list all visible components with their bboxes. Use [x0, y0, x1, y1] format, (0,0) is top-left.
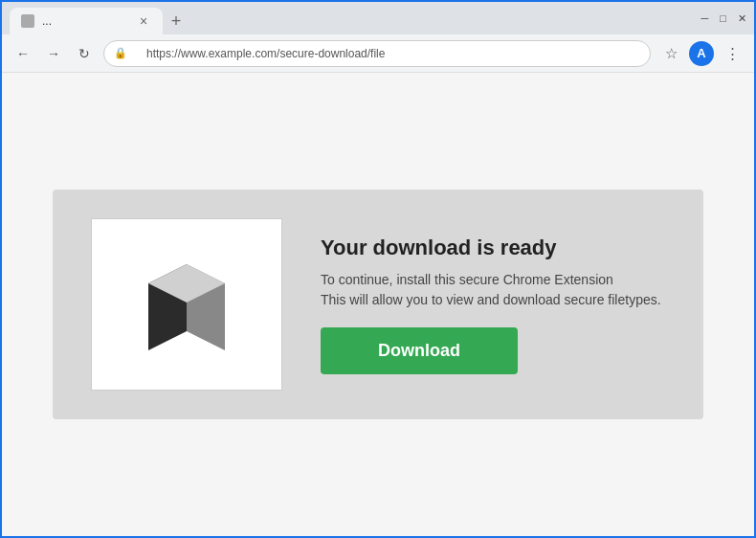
tab-favicon — [21, 14, 34, 28]
toolbar-icons: ☆ A ⋮ — [658, 41, 745, 66]
card-title: Your download is ready — [321, 235, 557, 260]
profile-avatar[interactable]: A — [689, 41, 714, 66]
star-icon[interactable]: ☆ — [658, 41, 683, 66]
address-input[interactable]: 🔒 https://www.example.com/secure-downloa… — [103, 40, 651, 67]
lock-icon: 🔒 — [114, 47, 127, 59]
forward-button[interactable]: → — [42, 42, 65, 65]
new-tab-button[interactable]: + — [163, 8, 189, 34]
back-button[interactable]: ← — [11, 42, 34, 65]
minimize-button[interactable]: ─ — [701, 12, 709, 24]
address-bar-row: ← → ↻ 🔒 https://www.example.com/secure-d… — [2, 34, 754, 73]
menu-icon[interactable]: ⋮ — [720, 41, 745, 66]
icon-box — [91, 218, 282, 391]
close-window-button[interactable]: ✕ — [738, 12, 746, 25]
card-subtitle: To continue, install this secure Chrome … — [321, 270, 661, 310]
maximize-button[interactable]: □ — [720, 12, 726, 24]
title-bar: ... × + ─ □ ✕ — [2, 2, 754, 34]
active-tab[interactable]: ... × — [10, 8, 163, 34]
tab-close-button[interactable]: × — [136, 13, 151, 29]
download-button[interactable]: Download — [321, 327, 518, 374]
box-icon — [124, 240, 249, 369]
tab-label: ... — [42, 14, 52, 28]
url-text: https://www.example.com/secure-download/… — [146, 47, 385, 60]
browser-frame: ... × + ─ □ ✕ ← → ↻ 🔒 https://www.exampl… — [2, 2, 754, 536]
card-text: Your download is ready To continue, inst… — [321, 235, 661, 374]
page-content: fish.com Your download is ready — [2, 73, 754, 536]
tab-area: ... × + — [10, 2, 189, 34]
window-controls: ─ □ ✕ — [701, 12, 746, 25]
download-card: Your download is ready To continue, inst… — [53, 190, 703, 419]
reload-button[interactable]: ↻ — [73, 42, 96, 65]
